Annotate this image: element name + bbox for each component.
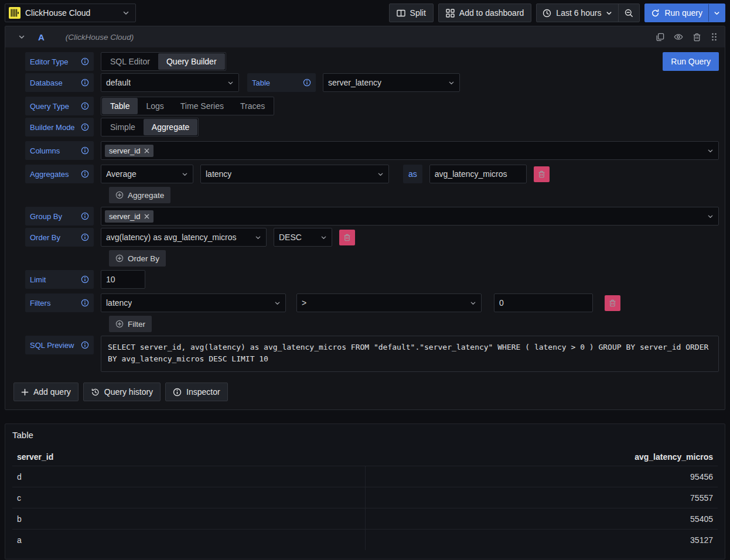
table-label-cell: Table bbox=[247, 73, 316, 92]
table-panel-title: Table bbox=[12, 430, 718, 440]
column-header-avg-latency-micros[interactable]: avg_latency_micros bbox=[365, 452, 718, 462]
add-aggregate-button[interactable]: Aggregate bbox=[109, 187, 170, 203]
query-type-option-table[interactable]: Table bbox=[102, 98, 138, 114]
group-by-chip-server-id: server_id bbox=[105, 210, 153, 223]
columns-chip-server-id: server_id bbox=[105, 145, 153, 157]
info-icon[interactable] bbox=[81, 212, 89, 220]
filter-value-input[interactable] bbox=[499, 298, 588, 308]
split-button[interactable]: Split bbox=[389, 4, 434, 22]
info-icon[interactable] bbox=[81, 78, 89, 87]
add-query-button[interactable]: Add query bbox=[13, 383, 79, 401]
query-type-option-traces[interactable]: Traces bbox=[232, 98, 273, 114]
builder-mode-option-aggregate[interactable]: Aggregate bbox=[144, 119, 198, 135]
time-range-picker[interactable]: Last 6 hours bbox=[537, 4, 618, 22]
cell-avg-latency: 55405 bbox=[366, 508, 718, 529]
column-header-server-id[interactable]: server_id bbox=[12, 452, 365, 462]
remove-aggregate-button[interactable] bbox=[534, 166, 550, 182]
info-icon[interactable] bbox=[81, 146, 89, 155]
table-row: d 95456 bbox=[12, 466, 718, 487]
add-filter-button[interactable]: Filter bbox=[109, 316, 152, 332]
query-ref-id[interactable]: A bbox=[38, 32, 45, 42]
chip-remove-icon[interactable] bbox=[144, 148, 149, 153]
group-by-row: Group By server_id bbox=[25, 207, 719, 226]
aggregate-as-label: as bbox=[403, 165, 422, 183]
collapse-chevron-icon[interactable] bbox=[18, 33, 25, 40]
time-zoom-out-button[interactable] bbox=[618, 4, 639, 22]
query-history-button[interactable]: Query history bbox=[83, 383, 161, 401]
database-select[interactable]: default bbox=[101, 73, 239, 92]
info-icon[interactable] bbox=[81, 102, 89, 110]
trash-icon bbox=[538, 170, 545, 178]
cell-avg-latency: 95456 bbox=[366, 466, 718, 487]
run-query-editor-button[interactable]: Run Query bbox=[663, 52, 719, 71]
info-icon[interactable] bbox=[303, 78, 311, 87]
cell-avg-latency: 75557 bbox=[366, 487, 718, 508]
table-row: c 75557 bbox=[12, 487, 718, 508]
add-aggregate-label: Aggregate bbox=[128, 191, 164, 200]
aggregate-alias-field[interactable] bbox=[429, 165, 527, 183]
query-type-option-time-series[interactable]: Time Series bbox=[172, 98, 232, 114]
run-query-button[interactable]: Run query bbox=[645, 4, 708, 22]
duplicate-query-icon[interactable] bbox=[656, 33, 664, 42]
trash-icon bbox=[343, 234, 351, 241]
columns-multiselect[interactable]: server_id bbox=[101, 141, 719, 160]
limit-input[interactable] bbox=[106, 275, 140, 284]
builder-mode-label-cell: Builder Mode bbox=[25, 118, 94, 136]
filter-value-field[interactable] bbox=[494, 293, 593, 312]
remove-order-by-button[interactable] bbox=[339, 230, 355, 245]
datasource-name: ClickHouse Cloud bbox=[25, 8, 118, 18]
editor-type-option-query-builder[interactable]: Query Builder bbox=[158, 53, 225, 70]
info-icon[interactable] bbox=[81, 233, 89, 241]
order-by-direction-select[interactable]: DESC bbox=[274, 228, 332, 247]
group-by-label: Group By bbox=[30, 212, 62, 221]
aggregate-function-value: Average bbox=[106, 169, 137, 179]
query-builder-body: Run Query Editor Type SQL Editor Query B… bbox=[5, 47, 725, 375]
chevron-down-icon bbox=[274, 300, 281, 306]
info-circle-icon bbox=[173, 388, 182, 397]
plus-circle-icon bbox=[115, 320, 124, 328]
info-icon[interactable] bbox=[81, 341, 89, 349]
info-icon[interactable] bbox=[81, 170, 89, 178]
remove-filter-button[interactable] bbox=[605, 295, 620, 311]
info-icon[interactable] bbox=[81, 57, 89, 66]
delete-query-icon[interactable] bbox=[693, 33, 701, 42]
info-icon[interactable] bbox=[81, 275, 89, 284]
filter-column-value: latency bbox=[106, 298, 132, 308]
inspector-button[interactable]: Inspector bbox=[165, 383, 228, 401]
explore-toolbar: ClickHouse Cloud Split Add to dashboard … bbox=[0, 0, 730, 26]
add-to-dashboard-label: Add to dashboard bbox=[459, 8, 524, 18]
table-row: a 35127 bbox=[12, 529, 718, 550]
aggregate-function-select[interactable]: Average bbox=[101, 165, 193, 183]
chip-remove-icon[interactable] bbox=[144, 214, 149, 219]
add-order-by-label: Order By bbox=[128, 254, 159, 263]
aggregate-column-select[interactable]: latency bbox=[200, 165, 389, 183]
limit-label: Limit bbox=[30, 275, 46, 284]
chevron-down-icon bbox=[470, 300, 476, 306]
info-icon[interactable] bbox=[81, 123, 89, 131]
filters-label-cell: Filters bbox=[25, 293, 94, 312]
table-select[interactable]: server_latency bbox=[323, 73, 460, 92]
limit-field[interactable] bbox=[101, 270, 145, 289]
filter-column-select[interactable]: latency bbox=[101, 293, 286, 312]
editor-type-option-sql-editor[interactable]: SQL Editor bbox=[102, 53, 158, 70]
add-order-by-button[interactable]: Order By bbox=[109, 250, 166, 267]
disable-query-eye-icon[interactable] bbox=[674, 32, 683, 42]
info-icon[interactable] bbox=[81, 299, 89, 307]
datasource-picker[interactable]: ClickHouse Cloud bbox=[5, 4, 136, 22]
chevron-down-icon bbox=[255, 234, 261, 241]
add-query-label: Add query bbox=[33, 387, 71, 397]
run-query-dropdown[interactable] bbox=[708, 4, 725, 22]
builder-mode-option-simple[interactable]: Simple bbox=[102, 119, 144, 135]
filters-row: Filters latency > bbox=[25, 293, 719, 312]
drag-handle-icon[interactable] bbox=[711, 32, 718, 42]
filter-operator-select[interactable]: > bbox=[296, 293, 482, 312]
order-by-column-select[interactable]: avg(latency) as avg_latency_micros bbox=[101, 228, 267, 247]
add-to-dashboard-button[interactable]: Add to dashboard bbox=[438, 4, 532, 22]
aggregate-alias-input[interactable] bbox=[435, 169, 521, 179]
query-type-option-logs[interactable]: Logs bbox=[138, 98, 172, 114]
query-header-actions bbox=[656, 32, 718, 42]
results-table: server_id avg_latency_micros d 95456 c 7… bbox=[12, 448, 718, 550]
chip-label: server_id bbox=[109, 212, 140, 221]
chevron-down-icon bbox=[227, 80, 234, 86]
group-by-multiselect[interactable]: server_id bbox=[101, 207, 719, 226]
